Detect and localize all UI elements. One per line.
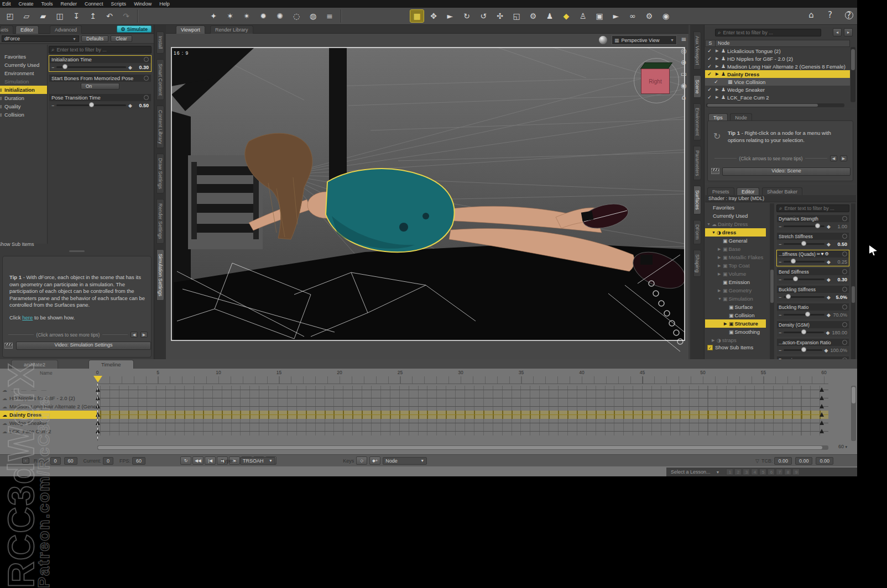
scene-navigator-icon[interactable]: ▦ — [410, 10, 424, 22]
expand-arrow-icon[interactable]: ▶ — [716, 64, 719, 69]
camera-icon[interactable]: ◉ — [659, 10, 672, 22]
param-value[interactable]: 1.00 — [833, 224, 847, 229]
daz-home-icon[interactable]: ⌂ — [805, 9, 818, 21]
settings-nav-item[interactable]: Simulation — [0, 77, 47, 86]
lesson-number-button[interactable]: 6 — [768, 469, 775, 475]
translate-tool-icon[interactable]: ✣ — [493, 10, 507, 22]
key-scope-dropdown[interactable]: Node▼ — [383, 457, 427, 465]
ruler-frame-number[interactable]: 60 — [821, 370, 826, 375]
scene-node-row[interactable]: ✓▦Vice Collision — [705, 78, 850, 86]
param-value[interactable]: 5.0% — [833, 295, 847, 300]
param-slider[interactable]: −◆5.0% — [777, 293, 849, 301]
track-keyframes[interactable] — [97, 386, 828, 394]
param-header[interactable]: Initialization Time — [49, 56, 151, 63]
dock-tab[interactable]: Simulation Settings — [156, 249, 164, 301]
save-icon[interactable]: ◫ — [53, 10, 66, 22]
menu-item[interactable]: Scripts — [111, 1, 127, 7]
surface-tree-row[interactable]: ▶▣Volume — [705, 270, 769, 278]
settings-nav-item[interactable]: ▤Quality — [0, 102, 47, 111]
track-keyframes[interactable] — [97, 394, 828, 402]
timeline-track[interactable]: ☁LCK_Face Cum 2 — [0, 427, 856, 435]
new-scene-icon[interactable]: ◰ — [3, 10, 17, 22]
surface-tree-row[interactable]: ▼☁Dainty Dress — [705, 220, 769, 228]
ruler-frame-number[interactable]: 30 — [458, 370, 463, 375]
param-dial-icon[interactable] — [144, 76, 149, 81]
show-sub-items-row[interactable]: ✓ Show Sub Items — [707, 344, 753, 350]
dock-tab[interactable]: Install — [156, 32, 164, 54]
param-dial-icon[interactable] — [144, 57, 149, 62]
expand-arrow-icon[interactable]: ▶ — [716, 49, 719, 53]
increment-icon[interactable]: ◆ — [826, 330, 830, 335]
types-dropdown[interactable]: TRSOAH▼ — [240, 457, 275, 465]
tab-shader-baker[interactable]: Shader Baker — [762, 187, 802, 196]
increment-icon[interactable]: ◆ — [825, 348, 828, 353]
recent-scenes-icon[interactable]: ▰ — [36, 10, 50, 22]
expand-arrow-icon[interactable]: ▶ — [712, 338, 716, 343]
range-start-field[interactable]: 0 — [50, 457, 61, 465]
expand-arrow-icon[interactable]: ▶ — [724, 322, 728, 326]
link-icon[interactable]: ∞ — [626, 10, 639, 22]
param-value[interactable]: 0.25 — [833, 259, 847, 265]
increment-icon[interactable]: ◆ — [827, 259, 831, 265]
track-keyframes[interactable] — [97, 419, 828, 427]
rotate-tool-icon[interactable]: ↻ — [460, 10, 473, 22]
menu-item[interactable]: Render — [61, 1, 77, 7]
surface-tree-row[interactable]: ▶▣Base — [705, 245, 769, 253]
slider-handle[interactable] — [62, 64, 67, 69]
surface-tree-row[interactable]: ▣Collision — [705, 311, 769, 319]
gears-icon[interactable]: ⚙ — [643, 10, 656, 22]
lesson-number-button[interactable]: 2 — [734, 469, 742, 475]
lesson-dropdown[interactable]: Select a Lesson... — [671, 469, 711, 475]
on-toggle-button[interactable]: On — [81, 83, 119, 90]
loop-button[interactable]: ↻ — [180, 456, 191, 465]
tab-timeline[interactable]: Timeline — [88, 360, 134, 369]
decrement-icon[interactable]: − — [779, 277, 781, 282]
viewport-canvas[interactable]: 16 : 9 ▦ Perspective View ▼ ≡◎⊕▭◉⌂ Right — [166, 34, 688, 359]
param-slider[interactable]: −◆0.30 — [49, 63, 151, 71]
slider-handle[interactable] — [89, 102, 94, 107]
go-to-start-button[interactable]: ◀◀ — [192, 456, 204, 465]
defaults-button[interactable]: Defaults — [81, 35, 108, 42]
show-sub-items-label[interactable]: Show Sub Items — [0, 242, 34, 247]
decrement-icon[interactable]: − — [779, 224, 781, 229]
increment-icon[interactable]: ◆ — [827, 224, 831, 229]
param-header[interactable]: ...tiffness (Quads)∞♥⚙ — [777, 250, 849, 258]
visibility-check-icon[interactable]: ✓ — [705, 71, 714, 77]
node-editor-icon[interactable]: ♙ — [576, 10, 589, 22]
param-value[interactable]: 70.0% — [833, 312, 847, 318]
create-distant-light-icon[interactable]: ✶ — [223, 10, 237, 22]
column-node[interactable]: Node — [716, 40, 730, 46]
ruler-frame-number[interactable]: 15 — [276, 370, 281, 375]
joint-editor-icon[interactable]: ⚙ — [526, 10, 540, 22]
scene-node-row[interactable]: ✓▶♟Dainty Dress — [705, 70, 850, 78]
ruler-frame-number[interactable]: 45 — [640, 370, 645, 375]
param-header[interactable]: Dynamics Strength∞♥⚙ — [777, 215, 849, 222]
param-dial-icon[interactable] — [842, 234, 847, 239]
add-key-button[interactable]: ◆+ — [369, 456, 380, 465]
param-dial-icon[interactable] — [842, 287, 847, 292]
increment-icon[interactable]: ◆ — [827, 277, 831, 282]
timeline-track[interactable]: ☁— — — — — [0, 386, 856, 394]
timeline-track[interactable]: ☁Wedge Sneaker — [0, 419, 856, 427]
settings-nav-item[interactable]: ▤Initialization — [0, 86, 47, 94]
view-sphere-icon[interactable] — [599, 36, 607, 44]
end-frame-label[interactable]: 60 ▾ — [838, 444, 847, 449]
filter-option-button[interactable]: ◂ — [833, 28, 842, 36]
dock-tab[interactable]: Draw Settings — [156, 154, 164, 193]
tab-presets[interactable]: Presets — [707, 187, 734, 196]
current-frame-field[interactable]: 0 — [103, 457, 113, 465]
param-slider[interactable]: −◆0.50 — [49, 101, 151, 109]
param-dial-icon[interactable] — [842, 269, 847, 274]
param-slider[interactable]: −◆0.50 — [777, 240, 849, 248]
ruler-frame-number[interactable]: 5 — [156, 370, 159, 375]
expand-arrow-icon[interactable]: ▶ — [716, 95, 719, 99]
decrement-icon[interactable]: − — [51, 65, 54, 70]
track-keyframes[interactable] — [97, 411, 828, 419]
surfaces-scrollbar[interactable] — [851, 203, 855, 359]
export-icon[interactable]: ↥ — [86, 10, 100, 22]
scene-node-row[interactable]: ✓▶♟Madison Long Hair Alternate 2 (Genesi… — [705, 62, 850, 70]
param-dial-icon[interactable] — [842, 340, 847, 345]
clear-button[interactable]: Clear — [111, 35, 132, 42]
surface-tree-row[interactable]: ▣Smoothing — [705, 328, 769, 336]
scene-node-row[interactable]: ✓▶♟Lickalicious Tongue (2) — [705, 47, 850, 55]
